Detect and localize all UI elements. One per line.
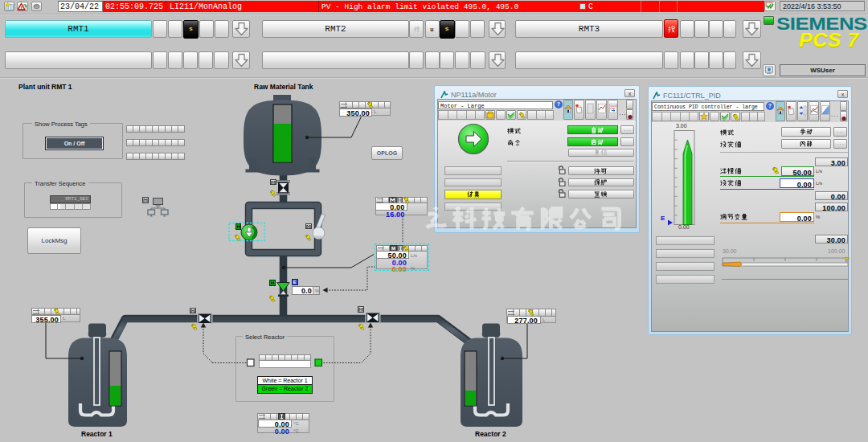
svg-text:E: E (661, 215, 665, 222)
